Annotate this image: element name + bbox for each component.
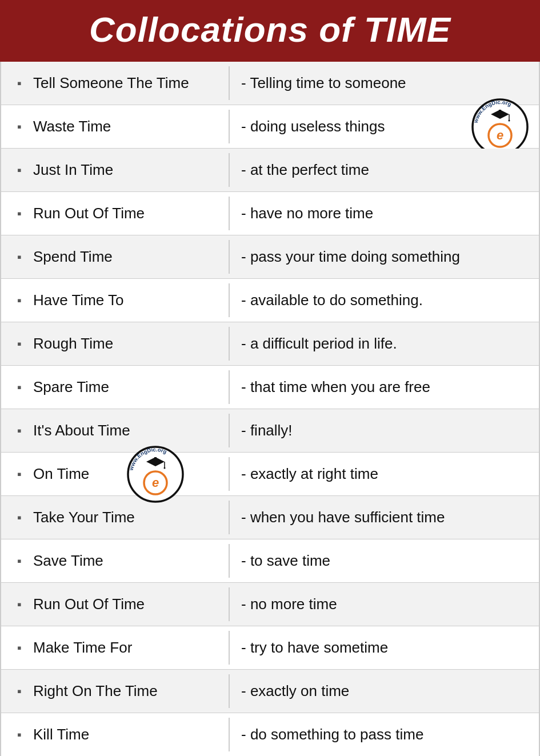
bullet: ▪ (17, 250, 25, 265)
table-row: ▪ Spend Time - pass your time doing some… (1, 235, 539, 279)
collocation-cell: ▪ Spend Time (1, 240, 230, 274)
collocation-cell: ▪ Have Time To (1, 283, 230, 317)
collocation-cell: ▪ Rough Time (1, 327, 230, 361)
table-row: ▪ It's About Time - finally! (1, 409, 539, 453)
table-row: ▪ Save Time - to save time (1, 539, 539, 583)
bullet: ▪ (17, 163, 25, 178)
collocation-text: Make Time For (33, 639, 132, 657)
svg-text:e: e (497, 128, 503, 142)
collocation-cell: ▪ Take Your Time (1, 501, 230, 534)
collocation-text: On Time (33, 465, 89, 483)
svg-point-5 (509, 119, 510, 121)
definition-cell: - available to do something. (230, 283, 539, 317)
definition-cell: - have no more time (230, 197, 539, 230)
collocation-cell: ▪ Make Time For (1, 631, 230, 665)
bullet: ▪ (17, 380, 25, 395)
collocation-text: Have Time To (33, 291, 123, 309)
collocation-cell: ▪ Tell Someone The Time (1, 66, 230, 100)
table-row: ▪ Run Out Of Time - have no more time (1, 192, 539, 235)
definition-cell: - to save time (230, 544, 539, 578)
collocation-text: Save Time (33, 552, 103, 570)
table-row: ▪ Waste Time - doing useless things www.… (1, 105, 539, 149)
collocation-cell: ▪ Kill Time (1, 718, 230, 751)
collocation-cell: ▪ Waste Time (1, 110, 230, 143)
definition-cell: - do something to pass time (230, 718, 539, 751)
collocation-cell: ▪ It's About Time (1, 414, 230, 447)
collocation-cell: ▪ Run Out Of Time (1, 587, 230, 621)
collocation-text: Take Your Time (33, 509, 135, 526)
collocation-text: Rough Time (33, 335, 113, 353)
definition-cell: - a difficult period in life. (230, 327, 539, 361)
collocation-text: Tell Someone The Time (33, 74, 189, 92)
bullet: ▪ (17, 597, 25, 612)
table-row: ▪ Right On The Time - exactly on time (1, 670, 539, 713)
collocation-cell: ▪ Right On The Time (1, 674, 230, 708)
collocation-text: Run Out Of Time (33, 595, 145, 613)
bullet: ▪ (17, 206, 25, 221)
table-row: ▪ Spare Time - that time when you are fr… (1, 366, 539, 409)
bullet: ▪ (17, 467, 25, 482)
definition-cell: - pass your time doing something (230, 240, 539, 274)
table-row: ▪ Run Out Of Time - no more time (1, 583, 539, 626)
table-row: ▪ Tell Someone The Time - Telling time t… (1, 62, 539, 105)
bullet: ▪ (17, 684, 25, 699)
table-row: ▪ Take Your Time - when you have suffici… (1, 496, 539, 539)
collocation-text: Spare Time (33, 378, 109, 396)
definition-cell: - at the perfect time (230, 153, 539, 187)
definition-cell: - try to have sometime (230, 631, 539, 665)
bullet: ▪ (17, 76, 25, 91)
bullet: ▪ (17, 293, 25, 308)
definition-cell: - no more time (230, 587, 539, 621)
content-area: ▪ Tell Someone The Time - Telling time t… (0, 62, 540, 756)
table-row: ▪ Rough Time - a difficult period in lif… (1, 322, 539, 366)
definition-cell: - finally! (230, 414, 539, 447)
collocation-cell: ▪ On Time www.EngDic.org (1, 457, 230, 491)
definition-cell: - exactly at right time (230, 457, 539, 491)
bullet: ▪ (17, 641, 25, 655)
definition-cell: - when you have sufficient time (230, 501, 539, 534)
page-header: Collocations of TIME (0, 0, 540, 62)
bullet: ▪ (17, 727, 25, 742)
collocation-text: Right On The Time (33, 682, 158, 700)
svg-rect-3 (499, 110, 501, 111)
collocation-text: It's About Time (33, 422, 130, 439)
definition-cell: - exactly on time (230, 674, 539, 708)
svg-text:e: e (152, 475, 159, 490)
collocation-text: Run Out Of Time (33, 205, 145, 222)
table-row: ▪ Just In Time - at the perfect time (1, 149, 539, 192)
table-row: ▪ Kill Time - do something to pass time (1, 713, 539, 756)
table-row: ▪ On Time www.EngDic.org (1, 453, 539, 496)
collocation-text: Kill Time (33, 726, 89, 743)
collocation-cell: ▪ Spare Time (1, 370, 230, 404)
definition-cell: - that time when you are free (230, 370, 539, 404)
collocation-text: Waste Time (33, 118, 111, 135)
bullet: ▪ (17, 119, 25, 134)
bullet: ▪ (17, 423, 25, 438)
page-title: Collocations of TIME (11, 10, 529, 49)
collocation-text: Spend Time (33, 248, 113, 266)
bullet: ▪ (17, 510, 25, 525)
table-row: ▪ Make Time For - try to have sometime (1, 626, 539, 670)
collocation-cell: ▪ Just In Time (1, 153, 230, 187)
engdic-logo: www.EngDic.org e (127, 446, 184, 503)
table-row: ▪ Have Time To - available to do somethi… (1, 279, 539, 322)
bullet: ▪ (17, 554, 25, 569)
bullet: ▪ (17, 337, 25, 351)
definition-cell: - Telling time to someone (230, 66, 539, 100)
collocation-cell: ▪ Save Time (1, 544, 230, 578)
svg-rect-11 (154, 457, 157, 459)
collocation-text: Just In Time (33, 161, 113, 179)
collocation-cell: ▪ Run Out Of Time (1, 197, 230, 230)
engdic-logo: www.EngDic.org e (471, 98, 529, 155)
svg-point-13 (164, 467, 166, 469)
